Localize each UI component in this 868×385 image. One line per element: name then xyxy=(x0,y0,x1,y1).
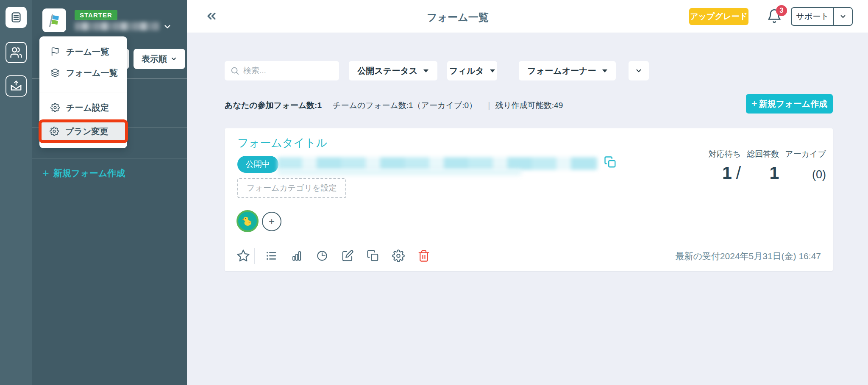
support-label: サポート xyxy=(792,8,833,25)
rail-item-export[interactable] xyxy=(6,75,27,97)
plus-icon: + xyxy=(42,168,49,179)
rail-item-forms[interactable] xyxy=(6,7,27,28)
filter-label: フォームオーナー xyxy=(527,65,596,77)
bar-chart-icon[interactable] xyxy=(289,248,304,263)
stat-label: アーカイブ xyxy=(785,149,826,160)
search-input[interactable] xyxy=(243,63,334,79)
sidebar-new-form-link[interactable]: + 新規フォーム作成 xyxy=(42,167,125,179)
chevron-down-icon xyxy=(635,67,643,75)
sort-order-button[interactable]: 表示順 xyxy=(134,49,185,69)
filter-label: 公開ステータス xyxy=(358,65,418,77)
menu-item-label: チーム設定 xyxy=(66,102,109,114)
gear-icon xyxy=(50,127,59,136)
app-root: STARTER 表示順 + 新規フォーム作成 チーム一覧 xyxy=(0,0,868,385)
stat-label: 総回答数 xyxy=(747,149,779,160)
favorite-star-icon[interactable] xyxy=(236,248,251,263)
new-form-button[interactable]: + 新規フォーム作成 xyxy=(746,94,833,114)
plan-change-highlight-box: プラン変更 xyxy=(39,119,128,143)
search-box xyxy=(225,61,339,80)
upgrade-button[interactable]: アップグレード xyxy=(689,8,748,25)
copy-url-icon[interactable] xyxy=(604,156,617,169)
avatar[interactable] xyxy=(236,210,259,232)
team-switcher-chevron-icon[interactable] xyxy=(163,22,172,31)
menu-item-label: フォーム一覧 xyxy=(66,67,117,79)
set-category-button[interactable]: フォームカテゴリを設定 xyxy=(237,178,346,198)
search-icon xyxy=(230,66,239,75)
form-card: フォームタイトル 公開中 フォームカテゴリを設定 + 対応待ち xyxy=(225,128,833,271)
divider xyxy=(39,92,127,92)
menu-item-team-list[interactable]: チーム一覧 xyxy=(39,42,127,61)
form-list-icon xyxy=(10,11,22,24)
last-received-timestamp: 最新の受付2024年5月31日(金) 16:47 xyxy=(675,250,821,262)
menu-item-team-settings[interactable]: チーム設定 xyxy=(39,98,127,117)
edit-icon[interactable] xyxy=(340,248,355,263)
main-area: フォーム一覧 アップグレード 3 サポート 公開ステ xyxy=(187,0,868,385)
stat-value: 1 xyxy=(769,160,779,182)
filter-filter[interactable]: フィルタ xyxy=(447,61,497,80)
stat-archive: アーカイブ (0) xyxy=(785,149,826,182)
stat-label: 対応待ち xyxy=(709,149,741,160)
stat-separator: / xyxy=(736,164,741,182)
delete-trash-icon[interactable] xyxy=(416,248,431,263)
status-badge: 公開中 xyxy=(237,156,278,173)
caret-down-icon xyxy=(490,69,495,72)
plan-badge: STARTER xyxy=(75,10,117,20)
more-filters-button[interactable] xyxy=(629,61,649,80)
sort-order-label: 表示順 xyxy=(142,53,167,65)
team-forms-count: チームのフォーム数:1（アーカイブ:0） xyxy=(333,100,477,111)
team-menu-dropdown: チーム一覧 フォーム一覧 チーム設定 プラン変更 xyxy=(39,36,127,148)
joined-forms-count: あなたの参加フォーム数:1 xyxy=(225,100,322,111)
formrun-flag-logo-icon xyxy=(47,13,62,28)
users-icon xyxy=(10,46,22,59)
export-mail-icon xyxy=(10,80,22,92)
card-footer: 最新の受付2024年5月31日(金) 16:47 xyxy=(225,240,833,271)
filter-form-owner[interactable]: フォームオーナー xyxy=(519,61,616,80)
notifications-button[interactable]: 3 xyxy=(767,8,786,28)
menu-item-form-list[interactable]: フォーム一覧 xyxy=(39,63,127,83)
new-form-link-label: 新規フォーム作成 xyxy=(53,167,125,179)
caret-down-icon xyxy=(602,69,607,72)
card-stats: 対応待ち 1/ 総回答数 1 アーカイブ (0) xyxy=(709,149,826,182)
caret-down-icon xyxy=(423,69,428,72)
filter-label: フィルタ xyxy=(449,65,484,77)
duck-avatar-icon xyxy=(241,215,254,227)
stat-value: 1 xyxy=(722,164,732,182)
divider xyxy=(254,248,255,264)
page-title: フォーム一覧 xyxy=(427,11,489,24)
stat-pending: 対応待ち 1/ xyxy=(709,149,741,182)
collapse-sidebar-icon[interactable] xyxy=(205,9,218,23)
layers-icon xyxy=(50,68,60,78)
menu-item-plan-change[interactable]: プラン変更 xyxy=(65,126,108,137)
support-button[interactable]: サポート xyxy=(791,7,853,26)
add-member-button[interactable]: + xyxy=(262,212,281,231)
chevron-down-icon xyxy=(839,13,847,20)
stat-total: 総回答数 1 xyxy=(747,149,779,182)
divider xyxy=(32,158,187,158)
remaining-count: 残り作成可能数:49 xyxy=(495,100,563,111)
form-url-blurred xyxy=(278,169,521,175)
gear-icon xyxy=(50,103,60,112)
plus-icon: + xyxy=(751,97,757,109)
page-header: フォーム一覧 アップグレード 3 サポート xyxy=(187,0,868,33)
clock-icon[interactable] xyxy=(314,248,330,263)
menu-item-label: チーム一覧 xyxy=(66,46,109,58)
new-form-button-label: 新規フォーム作成 xyxy=(759,98,827,110)
notification-count-badge: 3 xyxy=(776,5,787,16)
chevron-down-icon xyxy=(170,55,177,62)
brand-logo[interactable] xyxy=(42,8,66,32)
team-name-blurred[interactable] xyxy=(75,22,159,30)
duplicate-icon[interactable] xyxy=(365,248,381,263)
stats-bar: あなたの参加フォーム数:1 チームのフォーム数:1（アーカイブ:0） | 残り作… xyxy=(225,100,563,111)
icon-rail xyxy=(0,0,32,385)
support-menu-chevron[interactable] xyxy=(833,8,852,25)
flag-icon xyxy=(50,47,60,56)
form-url-blurred xyxy=(278,157,598,170)
content-area: 公開ステータス フィルタ フォームオーナー あなたの参加フォーム数:1 チームの… xyxy=(187,33,868,385)
form-title-link[interactable]: フォームタイトル xyxy=(237,136,327,150)
responses-list-icon[interactable] xyxy=(264,248,279,263)
stat-value: (0) xyxy=(812,160,826,182)
separator: | xyxy=(488,101,490,111)
settings-gear-icon[interactable] xyxy=(391,248,406,263)
filter-publish-status[interactable]: 公開ステータス xyxy=(349,61,437,80)
rail-item-members[interactable] xyxy=(6,42,27,63)
